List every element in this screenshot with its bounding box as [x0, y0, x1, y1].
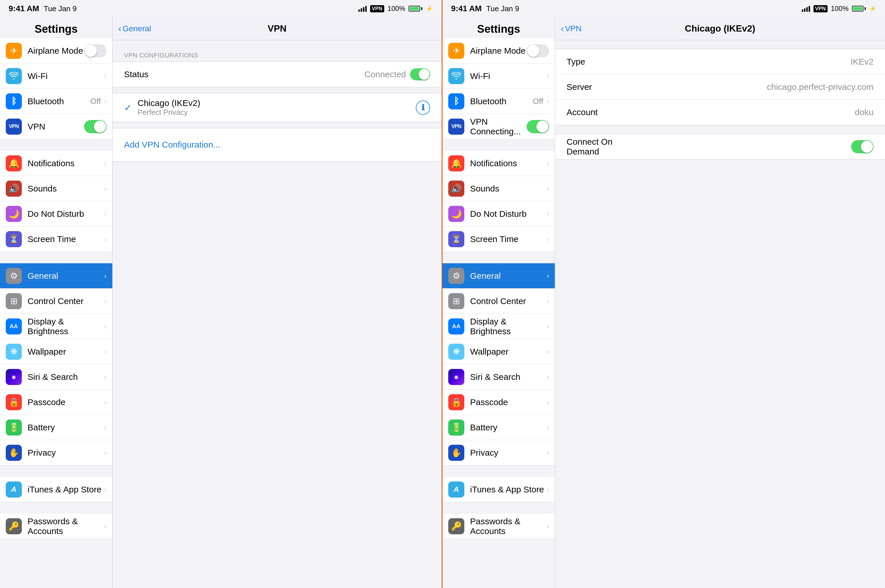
right-item-airplane-mode[interactable]: ✈ Airplane Mode [442, 38, 555, 63]
signal-bar-2 [361, 8, 362, 12]
left-wifi-label: Wi-Fi [28, 71, 103, 81]
left-item-wifi[interactable]: Wi-Fi › [0, 63, 112, 89]
left-section-general: ⚙ General › ⊞ Control Center › AA Displa… [0, 263, 112, 465]
left-item-notifications[interactable]: 🔔 Notifications › [0, 151, 112, 176]
right-signal-4 [808, 6, 810, 12]
left-item-display[interactable]: AA Display & Brightness › [0, 314, 112, 339]
left-nav-back-label: General [123, 24, 152, 33]
left-nav-back[interactable]: ‹ General [118, 23, 151, 34]
right-nav-back[interactable]: ‹ VPN [561, 23, 582, 34]
right-item-privacy[interactable]: ✋ Privacy › [442, 440, 555, 465]
right-siri-chevron: › [547, 373, 549, 381]
left-item-battery[interactable]: 🔋 Battery › [0, 415, 112, 440]
left-vpn-config-card: ✓ Chicago (IKEv2) Perfect Privacy ℹ [112, 93, 442, 122]
right-airplane-label: Airplane Mode [470, 46, 526, 56]
right-vpn-toggle[interactable] [526, 120, 549, 133]
left-item-wallpaper[interactable]: ❋ Wallpaper › [0, 339, 112, 364]
right-battery-list-label: Battery [470, 423, 546, 432]
left-detail-panel: ‹ General VPN VPN CONFIGURATIONS Status … [112, 17, 442, 588]
right-item-general[interactable]: ⚙ General › [442, 263, 555, 288]
right-status-bar: 9:41 AM Tue Jan 9 VPN 100% ⚡ [442, 0, 885, 17]
right-dnd-chevron: › [547, 210, 549, 218]
right-item-notifications[interactable]: 🔔 Notifications › [442, 151, 555, 176]
right-date: Tue Jan 9 [486, 4, 519, 13]
left-item-passwords[interactable]: 🔑 Passwords & Accounts › [0, 514, 112, 539]
right-vpn-icon: VPN [448, 118, 464, 135]
left-bt-label: Bluetooth [28, 96, 90, 106]
right-screentime-label: Screen Time [470, 234, 546, 244]
left-vpn-check-icon: ✓ [124, 102, 132, 113]
right-item-dnd[interactable]: 🌙 Do Not Disturb › [442, 201, 555, 226]
left-airplane-thumb [85, 45, 97, 57]
left-item-passcode[interactable]: 🔒 Passcode › [0, 390, 112, 415]
right-item-bluetooth[interactable]: ᛒ Bluetooth Off › [442, 89, 555, 114]
left-vpn-config-name: Chicago (IKEv2) [138, 98, 416, 108]
left-item-sounds[interactable]: 🔊 Sounds › [0, 176, 112, 201]
right-item-screentime[interactable]: ⏳ Screen Time › [442, 226, 555, 252]
left-passwords-icon: 🔑 [6, 518, 22, 534]
left-vpn-info-button[interactable]: ℹ [416, 100, 430, 115]
right-item-passcode[interactable]: 🔒 Passcode › [442, 390, 555, 415]
right-passcode-chevron: › [547, 398, 549, 406]
right-item-vpn[interactable]: VPN VPN Connecting... [442, 114, 555, 139]
left-airplane-toggle[interactable] [84, 44, 106, 57]
right-item-wifi[interactable]: Wi-Fi › [442, 63, 555, 89]
right-item-display[interactable]: AA Display & Brightness › [442, 314, 555, 339]
left-item-privacy[interactable]: ✋ Privacy › [0, 440, 112, 465]
left-display-chevron: › [104, 322, 106, 330]
left-siri-icon: ◉ [6, 369, 22, 385]
left-vpn-status-value: Connected [364, 69, 406, 79]
right-bt-chevron: › [547, 98, 549, 105]
left-item-airplane-mode[interactable]: ✈ Airplane Mode [0, 38, 112, 63]
chicago-account-label: Account [567, 107, 647, 117]
right-section-notifications: 🔔 Notifications › 🔊 Sounds › 🌙 Do Not Di… [442, 151, 555, 252]
left-item-control-center[interactable]: ⊞ Control Center › [0, 288, 112, 314]
left-item-general[interactable]: ⚙ General › [0, 263, 112, 288]
left-sounds-chevron: › [104, 184, 106, 193]
left-item-dnd[interactable]: 🌙 Do Not Disturb › [0, 201, 112, 226]
left-cc-icon: ⊞ [6, 293, 22, 309]
left-item-itunes[interactable]: A iTunes & App Store › [0, 477, 112, 502]
chicago-cod-toggle[interactable] [851, 140, 873, 153]
right-item-battery[interactable]: 🔋 Battery › [442, 415, 555, 440]
chicago-cod-row[interactable]: Connect On Demand [555, 134, 885, 159]
signal-bar-4 [365, 6, 367, 12]
left-vpn-toggle[interactable] [84, 120, 106, 133]
right-airplane-toggle[interactable] [526, 44, 549, 57]
right-bt-icon: ᛒ [448, 93, 464, 110]
left-vpn-content: VPN CONFIGURATIONS Status Connected [112, 40, 442, 161]
right-item-siri[interactable]: ◉ Siri & Search › [442, 364, 555, 390]
right-section-general: ⚙ General › ⊞ Control Center › AA Displa… [442, 263, 555, 465]
right-passcode-icon: 🔒 [448, 394, 464, 410]
left-item-siri[interactable]: ◉ Siri & Search › [0, 364, 112, 390]
chicago-cod-thumb [861, 141, 873, 153]
left-add-vpn-link[interactable]: Add VPN Configuration... [112, 128, 442, 161]
left-content: Settings ✈ Airplane Mode [0, 17, 442, 588]
right-vpn-thumb [536, 121, 549, 133]
left-item-vpn[interactable]: VPN VPN [0, 114, 112, 139]
right-item-control-center[interactable]: ⊞ Control Center › [442, 288, 555, 314]
right-item-wallpaper[interactable]: ❋ Wallpaper › [442, 339, 555, 364]
right-gap-1 [442, 139, 555, 151]
left-airplane-label: Airplane Mode [28, 46, 84, 56]
right-item-itunes[interactable]: A iTunes & App Store › [442, 477, 555, 502]
right-gap-3 [442, 465, 555, 477]
right-itunes-icon: A [448, 482, 464, 498]
left-vpn-status-row: Status Connected [112, 62, 442, 87]
left-vpn-config-info: Chicago (IKEv2) Perfect Privacy [138, 98, 416, 117]
left-vpn-status-toggle[interactable] [410, 68, 430, 80]
left-vpn-chicago-item[interactable]: ✓ Chicago (IKEv2) Perfect Privacy ℹ [112, 93, 442, 122]
right-battery-fill [853, 7, 862, 10]
left-privacy-icon: ✋ [6, 445, 22, 461]
left-general-icon: ⚙ [6, 268, 22, 284]
left-itunes-label: iTunes & App Store [28, 484, 103, 494]
right-airplane-thumb [527, 45, 539, 57]
right-item-passwords[interactable]: 🔑 Passwords & Accounts › [442, 514, 555, 539]
left-item-bluetooth[interactable]: ᛒ Bluetooth Off › [0, 89, 112, 114]
left-gap-4 [0, 502, 112, 514]
right-item-sounds[interactable]: 🔊 Sounds › [442, 176, 555, 201]
right-display-chevron: › [547, 322, 549, 330]
left-privacy-label: Privacy [28, 448, 103, 458]
left-item-screentime[interactable]: ⏳ Screen Time › [0, 226, 112, 252]
right-section-itunes: A iTunes & App Store › [442, 477, 555, 502]
